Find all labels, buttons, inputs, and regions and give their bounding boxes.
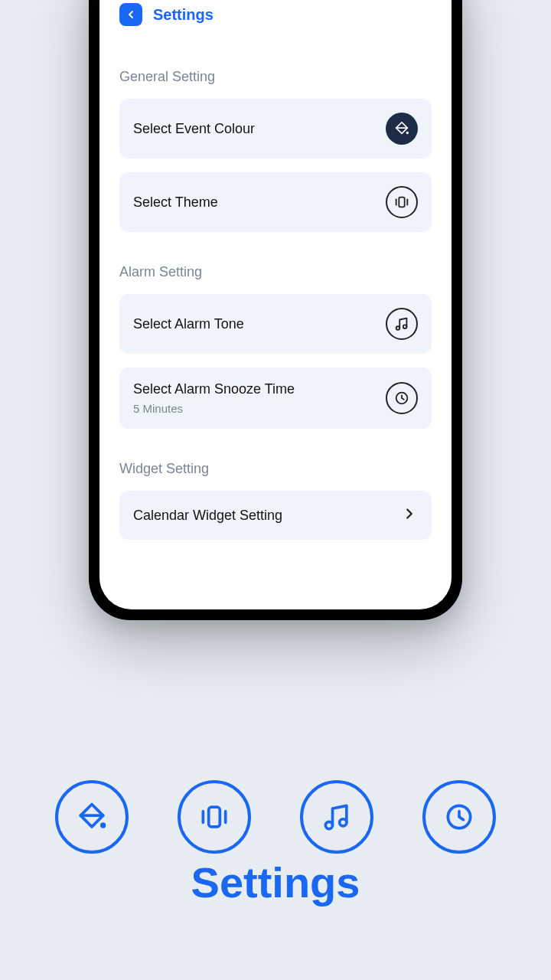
svg-rect-2 — [399, 198, 404, 207]
row-text: Select Alarm Snooze Time 5 Minutes — [133, 381, 295, 415]
svg-point-7 — [100, 822, 106, 828]
phone-frame: Settings General Setting Select Event Co… — [89, 0, 462, 620]
feature-clock-icon — [422, 780, 496, 854]
section-header-alarm: Alarm Setting — [119, 264, 432, 280]
chevron-left-icon — [125, 8, 137, 21]
row-label: Calendar Widget Setting — [133, 508, 282, 524]
section-widget: Widget Setting Calendar Widget Setting — [99, 461, 452, 540]
row-calendar-widget[interactable]: Calendar Widget Setting — [119, 491, 432, 540]
feature-icon-row — [0, 780, 551, 854]
paint-bucket-icon — [386, 113, 418, 145]
section-header-widget: Widget Setting — [119, 461, 432, 477]
back-button[interactable] — [119, 3, 142, 26]
svg-point-3 — [396, 326, 400, 330]
row-label: Select Alarm Snooze Time — [133, 381, 295, 397]
row-subtitle: 5 Minutes — [133, 402, 295, 415]
row-label: Select Theme — [133, 194, 218, 211]
row-theme[interactable]: Select Theme — [119, 172, 432, 232]
page-title: Settings — [153, 6, 214, 24]
feature-theme-icon — [178, 780, 251, 854]
section-header-general: General Setting — [119, 69, 432, 85]
music-icon — [386, 308, 418, 340]
big-title: Settings — [0, 858, 551, 907]
phone-screen: Settings General Setting Select Event Co… — [99, 0, 452, 609]
row-label: Select Alarm Tone — [133, 316, 244, 332]
chevron-right-icon — [401, 505, 418, 525]
feature-paint-bucket-icon — [55, 780, 129, 854]
header: Settings — [99, 0, 452, 40]
section-alarm: Alarm Setting Select Alarm Tone Select A… — [99, 264, 452, 429]
row-snooze-time[interactable]: Select Alarm Snooze Time 5 Minutes — [119, 368, 432, 429]
svg-point-4 — [403, 325, 407, 328]
row-event-colour[interactable]: Select Event Colour — [119, 99, 432, 158]
section-general: General Setting Select Event Colour Sele… — [99, 69, 452, 232]
theme-icon — [386, 186, 418, 218]
svg-point-1 — [406, 132, 409, 134]
clock-icon — [386, 382, 418, 414]
svg-point-10 — [340, 819, 347, 826]
row-alarm-tone[interactable]: Select Alarm Tone — [119, 294, 432, 354]
row-label: Select Event Colour — [133, 121, 255, 137]
feature-music-icon — [300, 780, 373, 854]
svg-point-9 — [325, 822, 332, 828]
svg-rect-8 — [209, 807, 220, 827]
